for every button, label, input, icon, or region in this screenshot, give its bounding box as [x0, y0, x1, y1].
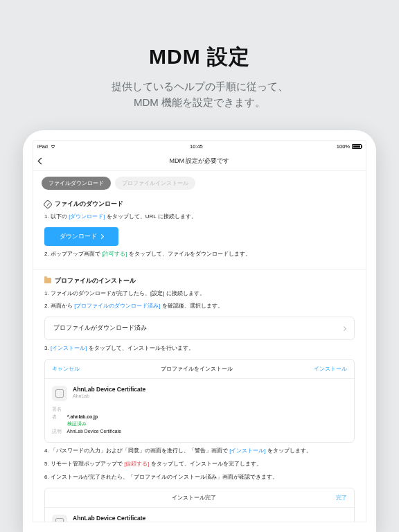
certificate-meta: 署名者 *.ahnlab.co.jp 検証済み 説明 AhnLab Device…: [52, 406, 347, 435]
install-profile-card: キャンセル プロファイルをインストール インストール AhnLab Device…: [44, 359, 355, 443]
segment-control: ファイルダウンロード プロファイルインストール: [33, 171, 366, 195]
page-title: MDM 設定: [0, 43, 399, 71]
certificate-icon: [52, 386, 67, 401]
certificate-issuer: AhnLab: [73, 393, 145, 398]
certificate-name: AhnLab Device Certificate: [73, 515, 145, 522]
page-subtitle: 提供しているヘルプの手順に従って、 MDM 機能を設定できます。: [0, 78, 399, 111]
clock: 10:45: [190, 143, 203, 150]
profile-downloaded-label: プロファイルがダウンロード済み: [53, 324, 147, 332]
back-button[interactable]: [37, 158, 44, 165]
done-button[interactable]: 完了: [336, 494, 347, 502]
chevron-right-icon: [342, 326, 346, 331]
content-area: ファイルのダウンロード 1. 以下の [ダウンロード] をタップして、URL に…: [33, 195, 366, 522]
install-step-1: 1. ファイルのダウンロードが完了したら、[設定] に接続します。: [44, 290, 355, 299]
certificate-name: AhnLab Device Certificate: [73, 386, 145, 393]
install-step-4: 4. 「パスワードの入力」および「同意」の画面を進行し、「警告」画面で [インス…: [44, 447, 355, 456]
divider: [33, 269, 366, 269]
install-complete-card: インストール完了 完了 AhnLab Device Certificate Ah…: [44, 488, 355, 522]
certificate-icon: [52, 515, 67, 522]
status-bar: iPad 10:45 100%: [33, 141, 366, 152]
section-install-heading: プロファイルのインストール: [44, 276, 355, 285]
tab-file-download[interactable]: ファイルダウンロード: [42, 177, 111, 190]
link-icon: [43, 199, 53, 209]
nav-title: MDM 設定が必要です: [170, 157, 230, 166]
ipad-frame: iPad 10:45 100% MDM 設定が必要です ファイルダウンロード プ…: [23, 130, 376, 532]
download-step-1: 1. 以下の [ダウンロード] をタップして、URL に接続します。: [44, 213, 355, 222]
tab-profile-install[interactable]: プロファイルインストール: [115, 177, 195, 190]
profile-downloaded-row[interactable]: プロファイルがダウンロード済み: [44, 317, 355, 340]
complete-dialog-title: インストール完了: [172, 494, 216, 502]
install-step-6: 6. インストールが完了されたら、「プロファイルのインストール済み」画面が確認で…: [44, 473, 355, 482]
device-label: iPad: [37, 143, 48, 150]
download-button[interactable]: ダウンロード: [44, 227, 118, 246]
install-step-2: 2. 画面から [プロファイルのダウンロード済み] を確認後、選択します。: [44, 302, 355, 311]
battery-percent: 100%: [337, 143, 350, 150]
cancel-button[interactable]: キャンセル: [52, 365, 80, 373]
hero: MDM 設定 提供しているヘルプの手順に従って、 MDM 機能を設定できます。: [0, 0, 399, 132]
wifi-icon: [50, 144, 56, 149]
ipad-screen: iPad 10:45 100% MDM 設定が必要です ファイルダウンロード プ…: [33, 140, 366, 522]
install-button[interactable]: インストール: [314, 365, 347, 373]
chevron-right-icon: [99, 234, 104, 239]
battery-icon: [352, 144, 362, 149]
download-step-2: 2. ポップアップ画面で [許可する] をタップして、ファイルをダウンロードしま…: [44, 250, 355, 259]
install-step-3: 3. [インストール] をタップして、インストールを行います。: [44, 344, 355, 353]
install-dialog-title: プロファイルをインストール: [161, 365, 233, 373]
nav-bar: MDM 設定が必要です: [33, 152, 366, 171]
section-download-heading: ファイルのダウンロード: [44, 200, 355, 209]
folder-icon: [44, 278, 51, 283]
install-step-5: 5. リモート管理ポップアップで [信頼する] をタップして、インストールを完了…: [44, 460, 355, 469]
